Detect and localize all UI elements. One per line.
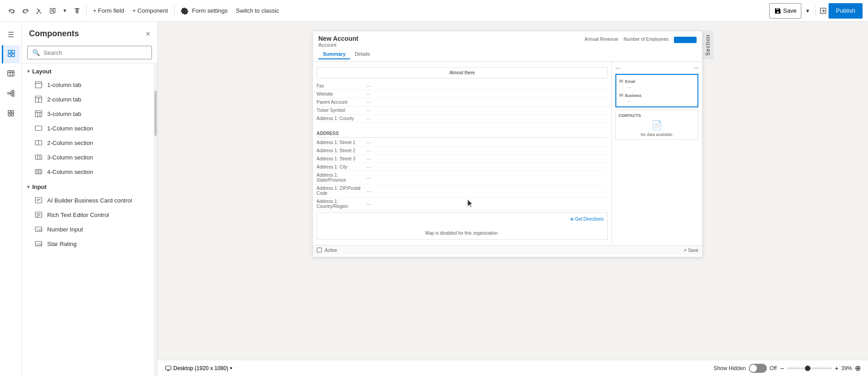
nav-menu-button[interactable]: ☰: [2, 25, 20, 43]
redo-button[interactable]: [19, 5, 32, 16]
svg-rect-23: [35, 82, 42, 88]
fit-screen-button[interactable]: ⊕: [855, 364, 861, 372]
layout-section-header[interactable]: ▾ Layout: [22, 63, 154, 77]
desktop-selector-button[interactable]: Desktop (1920 x 1080) ▾: [165, 365, 232, 371]
3col-tab-label: 3-column tab: [47, 111, 81, 117]
status-left: Desktop (1920 x 1080) ▾: [165, 365, 232, 371]
nav-table-columns-button[interactable]: [2, 65, 20, 83]
1col-tab-label: 1-column tab: [47, 82, 81, 88]
active-label: Active: [325, 248, 337, 253]
form-row-state: Address 1: State/Province ---: [317, 171, 608, 184]
sidebar-item-number-input[interactable]: 123 Number Input: [24, 222, 152, 236]
svg-rect-22: [11, 114, 14, 116]
sidebar-close-button[interactable]: ×: [146, 30, 150, 38]
search-icon: 🔍: [32, 49, 40, 56]
sidebar-item-3col-section[interactable]: 3-Column section: [24, 150, 152, 164]
form-settings-button[interactable]: Form settings: [177, 5, 231, 16]
switch-classic-button[interactable]: Switch to classic: [232, 5, 283, 16]
zoom-value: 39%: [841, 365, 852, 371]
form-row-ticker: Ticker Symbol ---: [317, 106, 608, 115]
hamburger-icon: ☰: [8, 30, 14, 39]
zoom-slider[interactable]: [787, 367, 832, 369]
ai-builder-icon: [34, 196, 43, 204]
business-field-label: Business: [625, 93, 642, 98]
zoom-in-button[interactable]: +: [835, 365, 839, 372]
2col-tab-icon: [34, 95, 43, 103]
right-contact-section: ✉ Email --- ✉ Business ---: [615, 74, 698, 107]
sidebar-item-ai-builder[interactable]: AI Builder Business Card control: [24, 193, 152, 207]
fax-value: ---: [366, 83, 371, 88]
delete-button[interactable]: [71, 5, 83, 16]
contacts-empty: 📄 No data available.: [619, 120, 695, 137]
search-box: 🔍: [27, 46, 152, 59]
search-input[interactable]: [44, 49, 147, 56]
form-right-panel: --- --- ✉ Email --- ✉ Business: [611, 62, 702, 245]
2col-section-label: 2-Column section: [47, 140, 93, 146]
active-icon: [317, 247, 322, 253]
business-field-value: ---: [619, 99, 695, 104]
input-section-header[interactable]: ▾ Input: [22, 179, 154, 193]
zoom-out-button[interactable]: −: [780, 365, 784, 372]
desktop-icon: [165, 365, 171, 371]
parent-account-value: ---: [366, 100, 371, 105]
svg-rect-53: [317, 248, 322, 252]
website-value: ---: [366, 92, 371, 96]
toggle-knob: [750, 365, 757, 372]
copy-button[interactable]: [46, 5, 59, 16]
svg-text:123: 123: [36, 243, 42, 246]
save-dropdown-button[interactable]: ▼: [803, 6, 812, 15]
svg-point-12: [12, 95, 14, 96]
contacts-section: CONTACTS 📄 No data available.: [615, 110, 698, 140]
nav-form-libraries-button[interactable]: [2, 105, 20, 123]
form-field-button[interactable]: + Form field: [89, 5, 128, 16]
sidebar-item-star-rating[interactable]: 123 Star Rating: [24, 236, 152, 251]
form-header: New Account Account Annual Revenue Numbe…: [313, 31, 702, 62]
svg-rect-54: [166, 366, 171, 370]
nav-components-button[interactable]: [2, 45, 20, 63]
form-row-street2: Address 1: Street 2 ---: [317, 147, 608, 155]
parent-account-label: Parent Account: [317, 100, 366, 105]
publish-button[interactable]: Publish: [829, 3, 863, 19]
show-hidden-label: Show Hidden: [713, 365, 746, 371]
sidebar-scrollbar[interactable]: [154, 63, 157, 376]
copy-dropdown-button[interactable]: ▼: [60, 6, 70, 15]
switch-classic-label: Switch to classic: [236, 7, 279, 14]
cut-button[interactable]: [33, 5, 45, 16]
county-label: Address 1: County: [317, 116, 366, 121]
svg-rect-4: [12, 54, 15, 57]
svg-rect-2: [12, 50, 15, 53]
save-button[interactable]: Save: [769, 3, 802, 19]
sidebar-item-2col-tab[interactable]: 2-column tab: [24, 92, 152, 106]
form-row-country: Address 1: Country/Region ---: [317, 198, 608, 211]
form-preview: New Account Account Annual Revenue Numbe…: [312, 31, 702, 257]
section-panel-label: Section: [705, 31, 711, 59]
status-right: Show Hidden Off − + 39% ⊕: [713, 364, 861, 373]
nav-rail: ☰: [0, 22, 22, 376]
show-hidden-toggle[interactable]: [749, 364, 767, 373]
get-directions-button[interactable]: ⊕ Get Directions: [570, 217, 604, 222]
sidebar-item-2col-section[interactable]: 2-Column section: [24, 135, 152, 150]
street3-label: Address 1: Street 3: [317, 156, 366, 161]
sidebar-item-rich-text[interactable]: Rich Text Editor Control: [24, 207, 152, 222]
form-row-fax: Fax ---: [317, 82, 608, 90]
city-label: Address 1: City: [317, 164, 366, 169]
sidebar-search-container: 🔍: [22, 42, 157, 63]
status-bar: Desktop (1920 x 1080) ▾ Show Hidden Off …: [158, 360, 868, 376]
email-field-label: Email: [625, 79, 635, 84]
tab-details[interactable]: Details: [350, 49, 375, 59]
contacts-title: CONTACTS: [619, 113, 695, 118]
sidebar-item-4col-section[interactable]: 4-Column section: [24, 164, 152, 179]
sidebar-item-3col-tab[interactable]: 3-column tab: [24, 106, 152, 121]
employee-bar: [674, 37, 697, 43]
right-panel-top: --- ---: [615, 65, 698, 70]
sidebar-item-1col-tab[interactable]: 1-column tab: [24, 77, 152, 92]
map-box: ⊕ Get Directions Map is disabled for thi…: [317, 212, 608, 240]
component-label: + Component: [132, 7, 168, 14]
sidebar-item-1col-section[interactable]: 1-Column section: [24, 121, 152, 135]
ticker-label: Ticker Symbol: [317, 108, 366, 113]
undo-button[interactable]: [5, 5, 18, 16]
component-button[interactable]: + Component: [129, 5, 171, 16]
nav-tree-view-button[interactable]: [2, 85, 20, 103]
tab-summary[interactable]: Summary: [318, 49, 350, 59]
rich-text-icon: [34, 211, 43, 219]
